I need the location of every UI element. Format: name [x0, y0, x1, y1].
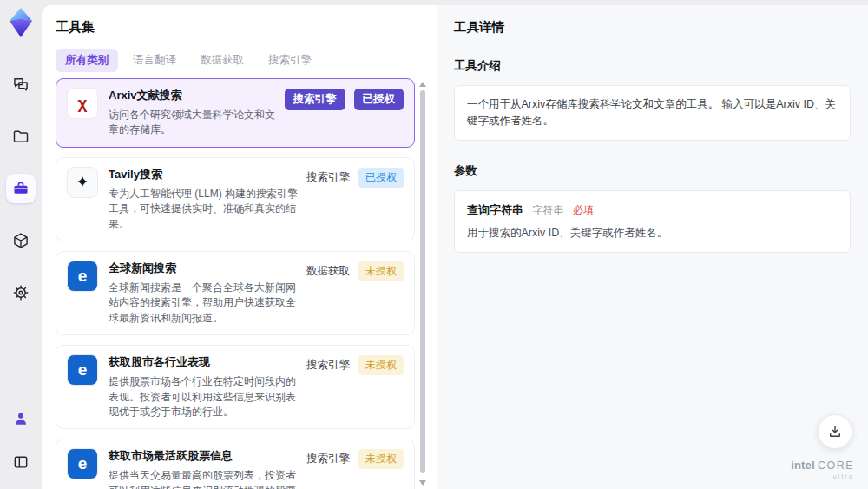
scrollbar-thumb[interactable]: [420, 90, 425, 473]
category-badge: 搜索引擎: [306, 170, 350, 185]
parameter-name: 查询字符串: [467, 203, 523, 216]
app-logo-icon: [8, 7, 34, 38]
category-tabs: 所有类别语言翻译数据获取搜索引擎: [56, 49, 321, 72]
scrollbar-down-arrow[interactable]: [419, 480, 426, 486]
tool-card-tags: 搜索引擎 未授权: [306, 354, 404, 375]
left-sidebar: [0, 0, 42, 489]
chat-icon[interactable]: [6, 69, 36, 99]
app-window: 工具集 所有类别语言翻译数据获取搜索引擎 χ Arxiv文献搜索 访问各个研究领…: [0, 0, 868, 489]
panel-layout-icon[interactable]: [6, 447, 36, 477]
tool-card-body: 全球新闻搜索 全球新闻搜索是一个聚合全球各大新闻网站内容的搜索引擎，帮助用户快速…: [108, 261, 306, 326]
params-heading: 参数: [454, 163, 851, 179]
auth-status-badge: 未授权: [358, 449, 404, 469]
tool-title: 全球新闻搜索: [108, 261, 298, 276]
auth-status-badge: 已授权: [354, 89, 404, 110]
parameter-description: 用于搜索的Arxiv ID、关键字或作者姓名。: [467, 225, 838, 241]
tool-description: 专为人工智能代理 (LLM) 构建的搜索引擎工具，可快速提供实时、准确和真实的结…: [108, 187, 298, 232]
tool-card[interactable]: e 获取股市各行业表现 提供股票市场各个行业在特定时间段内的表现。投资者可以利用…: [56, 345, 415, 429]
scrollbar-up-arrow[interactable]: [419, 82, 426, 87]
tab-search-engine[interactable]: 搜索引擎: [259, 49, 321, 72]
page-title: 工具集: [56, 19, 95, 36]
category-badge: 搜索引擎: [306, 358, 350, 373]
folder-icon[interactable]: [6, 122, 36, 151]
tool-description: 提供股票市场各个行业在特定时间段内的表现。投资者可以利用这些信息来识别表现优于或…: [108, 374, 298, 420]
tool-card-tags: 搜索引擎 已授权: [285, 88, 404, 110]
tool-title: Tavily搜索: [108, 167, 298, 182]
parameter-card: 查询字符串 字符串 必填 用于搜索的Arxiv ID、关键字或作者姓名。: [454, 190, 851, 254]
parameter-header: 查询字符串 字符串 必填: [467, 202, 838, 219]
tab-all-categories[interactable]: 所有类别: [56, 49, 118, 72]
tool-card[interactable]: χ Arxiv文献搜索 访问各个研究领域大量科学论文和文章的存储库。 搜索引擎 …: [56, 78, 415, 148]
tool-card-body: Tavily搜索 专为人工智能代理 (LLM) 构建的搜索引擎工具，可快速提供实…: [108, 167, 306, 232]
toolbox-icon[interactable]: [6, 174, 36, 203]
sidebar-nav: [0, 69, 42, 307]
detail-title: 工具详情: [454, 19, 851, 36]
tool-intro-text: 一个用于从Arxiv存储库搜索科学论文和文章的工具。 输入可以是Arxiv ID…: [454, 85, 851, 141]
auth-status-badge: 未授权: [358, 355, 404, 375]
tools-panel: 工具集 所有类别语言翻译数据获取搜索引擎 χ Arxiv文献搜索 访问各个研究领…: [42, 5, 437, 489]
sidebar-bottom: [0, 404, 42, 477]
intel-core-logo: intelCORE ultra: [791, 459, 854, 480]
ultra-wordmark: ultra: [791, 473, 854, 480]
tool-card[interactable]: ✦ Tavily搜索 专为人工智能代理 (LLM) 构建的搜索引擎工具，可快速提…: [56, 157, 415, 241]
auth-status-badge: 已授权: [358, 168, 404, 188]
download-icon: [827, 424, 843, 439]
category-badge: 搜索引擎: [285, 89, 345, 110]
package-icon[interactable]: [6, 226, 36, 255]
tool-card-body: 获取股市各行业表现 提供股票市场各个行业在特定时间段内的表现。投资者可以利用这些…: [108, 354, 306, 420]
tool-description: 访问各个研究领域大量科学论文和文章的存储库。: [108, 108, 276, 138]
auth-status-badge: 未授权: [358, 261, 404, 281]
tab-data-fetching[interactable]: 数据获取: [191, 49, 253, 72]
intro-heading: 工具介绍: [454, 58, 851, 74]
parameter-type: 字符串: [532, 204, 563, 216]
user-icon[interactable]: [6, 404, 36, 433]
parameter-required-badge: 必填: [573, 204, 594, 216]
tool-list-scrollbar[interactable]: [418, 80, 427, 487]
tool-card[interactable]: e 全球新闻搜索 全球新闻搜索是一个聚合全球各大新闻网站内容的搜索引擎，帮助用户…: [56, 251, 415, 335]
category-badge: 数据获取: [306, 264, 350, 279]
tool-title: Arxiv文献搜索: [108, 88, 276, 103]
tool-description: 提供当天交易量最高的股票列表，投资者可以利用这些信息来识别流动性强的股票和潜在的…: [108, 468, 298, 489]
global-news-logo-icon: e: [67, 261, 98, 292]
tool-card-tags: 搜索引擎 未授权: [306, 448, 404, 469]
settings-gear-icon[interactable]: [6, 278, 36, 307]
download-button[interactable]: [818, 414, 852, 449]
tool-card-tags: 搜索引擎 已授权: [306, 167, 404, 188]
tool-card-body: Arxiv文献搜索 访问各个研究领域大量科学论文和文章的存储库。: [108, 88, 285, 138]
tool-card-tags: 数据获取 未授权: [306, 261, 404, 281]
intel-wordmark: intel: [791, 459, 815, 472]
category-badge: 搜索引擎: [306, 452, 350, 466]
tool-list: χ Arxiv文献搜索 访问各个研究领域大量科学论文和文章的存储库。 搜索引擎 …: [56, 78, 415, 489]
tool-card-body: 获取市场最活跃股票信息 提供当天交易量最高的股票列表，投资者可以利用这些信息来识…: [108, 448, 306, 489]
tool-card[interactable]: e 获取市场最活跃股票信息 提供当天交易量最高的股票列表，投资者可以利用这些信息…: [56, 439, 415, 489]
tool-title: 获取股市各行业表现: [108, 354, 298, 370]
tab-language-translation[interactable]: 语言翻译: [123, 49, 186, 72]
tool-description: 全球新闻搜索是一个聚合全球各大新闻网站内容的搜索引擎，帮助用户快速获取全球最新资…: [108, 281, 298, 326]
tool-title: 获取市场最活跃股票信息: [108, 448, 298, 464]
arxiv-logo-icon: χ: [67, 88, 98, 119]
active-stocks-logo-icon: e: [67, 448, 98, 479]
main-content: 工具集 所有类别语言翻译数据获取搜索引擎 χ Arxiv文献搜索 访问各个研究领…: [42, 5, 868, 489]
tool-detail-panel: 工具详情 工具介绍 一个用于从Arxiv存储库搜索科学论文和文章的工具。 输入可…: [437, 5, 868, 489]
tavily-logo-icon: ✦: [67, 167, 98, 198]
core-wordmark: CORE: [818, 459, 854, 472]
stock-sector-logo-icon: e: [67, 354, 98, 386]
